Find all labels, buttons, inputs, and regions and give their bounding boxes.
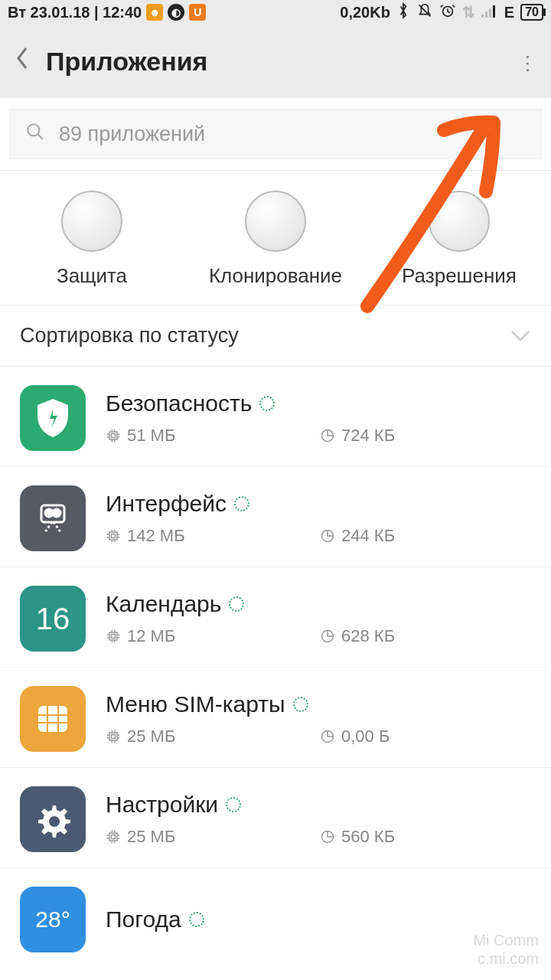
running-indicator-icon — [189, 912, 204, 927]
app-cache: 560 КБ — [341, 827, 395, 847]
app-cache: 0,00 Б — [341, 727, 390, 746]
svg-point-11 — [53, 509, 60, 517]
shortcuts-row: Защита Клонирование Разрешения — [0, 171, 551, 305]
app-name-label: Безопасность — [106, 390, 252, 416]
svg-point-5 — [28, 124, 39, 136]
calendar-day: 16 — [36, 602, 70, 636]
bluetooth-icon — [396, 2, 410, 23]
page-title: Приложения — [46, 47, 207, 77]
shortcut-label: Клонирование — [209, 264, 342, 288]
svg-rect-6 — [109, 432, 117, 439]
search-icon — [25, 122, 45, 147]
app-name-label: Меню SIM-карты — [106, 691, 285, 717]
app-header: Приложения ⋯ — [0, 24, 551, 98]
signal-icon — [481, 4, 498, 21]
chevron-down-icon — [510, 324, 531, 348]
status-datetime: Вт 23.01.18 | 12:40 — [8, 4, 142, 21]
search-input[interactable]: 89 приложений — [9, 109, 542, 159]
shortcut-circle-icon — [245, 191, 306, 252]
app-body: Интерфейс 142 МБ 244 КБ — [106, 491, 531, 546]
sort-dropdown[interactable]: Сортировка по статусу — [0, 305, 551, 367]
status-app-icon-2: ◐ — [168, 4, 184, 21]
app-row-interface[interactable]: Интерфейс 142 МБ 244 КБ — [0, 467, 551, 567]
svg-point-22 — [49, 816, 60, 827]
svg-rect-15 — [109, 632, 117, 640]
overflow-menu-button[interactable]: ⋯ — [516, 53, 540, 70]
shortcut-circle-icon — [429, 191, 490, 252]
running-indicator-icon — [229, 596, 244, 612]
app-storage: 12 МБ — [127, 626, 175, 646]
app-name-label: Настройки — [106, 792, 218, 818]
svg-rect-4 — [493, 5, 495, 18]
watermark-line2: c.mi.com — [473, 949, 539, 968]
svg-rect-13 — [112, 534, 116, 538]
app-row-settings[interactable]: Настройки 25 МБ 560 КБ — [0, 768, 551, 868]
app-row-security[interactable]: Безопасность 51 МБ 724 КБ — [0, 367, 551, 467]
running-indicator-icon — [226, 797, 241, 812]
app-cache: 724 КБ — [341, 426, 395, 446]
app-body: Меню SIM-карты 25 МБ 0,00 Б — [106, 691, 531, 746]
search-placeholder: 89 приложений — [59, 122, 205, 146]
svg-rect-23 — [109, 833, 117, 841]
app-body: Настройки 25 МБ 560 КБ — [106, 792, 531, 847]
svg-rect-2 — [485, 11, 487, 18]
back-button[interactable] — [15, 45, 31, 77]
shortcut-protection[interactable]: Защита — [1, 191, 183, 288]
watermark-line1: Mi Comm — [473, 931, 539, 949]
weather-temp: 28° — [35, 906, 70, 933]
status-bar: Вт 23.01.18 | 12:40 ☻ ◐ U 0,20Kb ⇅ E 70 — [0, 0, 551, 24]
app-cache: 244 КБ — [341, 526, 395, 546]
shortcut-label: Защита — [57, 264, 127, 288]
app-cache: 628 КБ — [341, 626, 395, 646]
watermark: Mi Comm c.mi.com — [473, 931, 539, 968]
shortcut-circle-icon — [61, 191, 122, 252]
svg-rect-3 — [489, 8, 491, 18]
app-storage: 25 МБ — [127, 727, 175, 746]
updown-icon: ⇅ — [462, 3, 475, 21]
shortcut-permissions[interactable]: Разрешения — [368, 191, 550, 288]
app-icon-calendar: 16 — [20, 586, 86, 652]
status-app-icon-3: U — [189, 4, 206, 21]
app-body: Календарь 12 МБ 628 КБ — [106, 591, 531, 646]
sort-label: Сортировка по статусу — [20, 324, 239, 348]
app-icon-security — [20, 385, 86, 451]
app-name-label: Календарь — [106, 591, 221, 617]
svg-rect-16 — [112, 635, 116, 639]
running-indicator-icon — [234, 496, 249, 511]
shortcut-label: Разрешения — [402, 264, 517, 288]
battery-icon: 70 — [520, 4, 543, 21]
svg-rect-12 — [109, 532, 117, 540]
app-name-label: Интерфейс — [106, 491, 227, 517]
svg-rect-7 — [112, 434, 116, 438]
app-icon-sim — [20, 686, 86, 752]
app-list: Безопасность 51 МБ 724 КБ Интерфейс 142 … — [0, 367, 551, 952]
status-data: 0,20Kb — [340, 4, 390, 21]
status-app-icon-1: ☻ — [146, 4, 163, 21]
svg-rect-18 — [38, 706, 67, 732]
app-storage: 142 МБ — [127, 526, 185, 546]
search-section: 89 приложений — [0, 98, 551, 171]
app-icon-settings — [20, 786, 86, 852]
status-left: Вт 23.01.18 | 12:40 ☻ ◐ U — [8, 4, 206, 21]
app-storage: 51 МБ — [127, 426, 175, 446]
svg-rect-24 — [112, 835, 116, 839]
app-storage: 25 МБ — [127, 827, 175, 847]
svg-rect-20 — [112, 735, 116, 739]
app-icon-weather: 28° — [20, 887, 86, 952]
app-icon-interface — [20, 485, 86, 551]
status-right: 0,20Kb ⇅ E 70 — [340, 2, 543, 23]
app-row-sim[interactable]: Меню SIM-карты 25 МБ 0,00 Б — [0, 668, 551, 768]
app-name-label: Погода — [106, 906, 181, 933]
app-body: Погода — [106, 906, 531, 933]
app-row-calendar[interactable]: 16 Календарь 12 МБ 628 КБ — [0, 567, 551, 668]
alarm-icon — [439, 2, 456, 23]
svg-rect-1 — [481, 15, 484, 18]
app-body: Безопасность 51 МБ 724 КБ — [106, 390, 531, 446]
vibrate-icon — [416, 2, 433, 23]
running-indicator-icon — [259, 396, 275, 411]
app-row-weather[interactable]: 28° Погода — [0, 868, 551, 952]
svg-rect-19 — [109, 733, 117, 740]
shortcut-cloning[interactable]: Клонирование — [184, 191, 367, 288]
network-type: E — [504, 4, 514, 21]
running-indicator-icon — [293, 697, 308, 712]
